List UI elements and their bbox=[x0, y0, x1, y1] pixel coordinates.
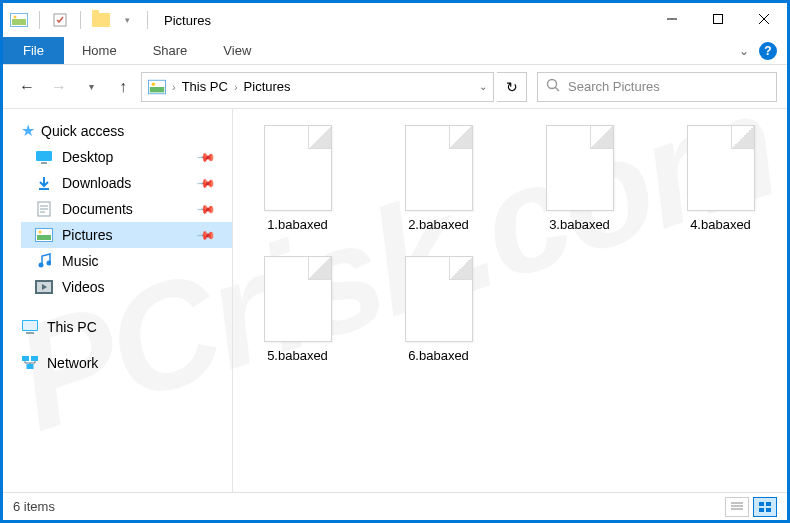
close-button[interactable] bbox=[741, 3, 787, 35]
svg-rect-15 bbox=[36, 151, 52, 161]
file-label: 3.babaxed bbox=[549, 217, 610, 232]
file-thumb-icon bbox=[405, 256, 473, 342]
file-tab[interactable]: File bbox=[3, 37, 64, 64]
svg-rect-42 bbox=[766, 508, 771, 512]
svg-rect-24 bbox=[37, 235, 51, 240]
sidebar-this-pc[interactable]: This PC bbox=[21, 318, 232, 336]
file-item[interactable]: 6.babaxed bbox=[386, 256, 491, 363]
navbar: ← → ▾ ↑ › This PC › Pictures ⌄ ↻ Search … bbox=[3, 65, 787, 109]
pictures-icon bbox=[148, 78, 166, 96]
music-icon bbox=[35, 252, 53, 270]
svg-rect-6 bbox=[714, 15, 723, 24]
file-thumb-icon bbox=[405, 125, 473, 211]
svg-point-12 bbox=[152, 82, 156, 86]
svg-line-14 bbox=[556, 88, 560, 92]
statusbar: 6 items bbox=[3, 492, 787, 520]
chevron-right-icon[interactable]: › bbox=[234, 81, 238, 93]
properties-icon[interactable] bbox=[50, 10, 70, 30]
svg-rect-34 bbox=[31, 356, 38, 361]
address-dropdown-icon[interactable]: ⌄ bbox=[479, 81, 487, 92]
pin-icon: 📌 bbox=[196, 173, 217, 194]
svg-point-27 bbox=[47, 261, 52, 266]
chevron-right-icon[interactable]: › bbox=[172, 81, 176, 93]
minimize-button[interactable] bbox=[649, 3, 695, 35]
details-view-button[interactable] bbox=[725, 497, 749, 517]
this-pc-icon bbox=[21, 318, 39, 336]
star-icon: ★ bbox=[21, 121, 35, 140]
sidebar-item-pictures[interactable]: Pictures 📌 bbox=[21, 222, 232, 248]
svg-point-25 bbox=[39, 231, 42, 234]
svg-rect-33 bbox=[22, 356, 29, 361]
ribbon: File Home Share View ⌄ ? bbox=[3, 37, 787, 65]
sidebar-item-videos[interactable]: Videos bbox=[21, 274, 232, 300]
maximize-button[interactable] bbox=[695, 3, 741, 35]
svg-point-13 bbox=[548, 80, 557, 89]
downloads-icon bbox=[35, 174, 53, 192]
sidebar-item-desktop[interactable]: Desktop 📌 bbox=[21, 144, 232, 170]
svg-rect-31 bbox=[23, 321, 37, 330]
network-label: Network bbox=[47, 355, 98, 371]
file-thumb-icon bbox=[264, 125, 332, 211]
file-item[interactable]: 3.babaxed bbox=[527, 125, 632, 232]
breadcrumb-current[interactable]: Pictures bbox=[244, 79, 291, 94]
svg-rect-40 bbox=[766, 502, 771, 506]
file-thumb-icon bbox=[264, 256, 332, 342]
svg-rect-41 bbox=[759, 508, 764, 512]
file-item[interactable]: 4.babaxed bbox=[668, 125, 773, 232]
svg-rect-32 bbox=[26, 332, 34, 334]
file-thumb-icon bbox=[546, 125, 614, 211]
svg-rect-2 bbox=[12, 19, 26, 25]
search-input[interactable]: Search Pictures bbox=[537, 72, 777, 102]
file-item[interactable]: 1.babaxed bbox=[245, 125, 350, 232]
quick-access-header[interactable]: ★ Quick access bbox=[21, 121, 232, 140]
file-thumb-icon bbox=[687, 125, 755, 211]
svg-point-3 bbox=[14, 16, 17, 19]
recent-dropdown-icon[interactable]: ▾ bbox=[77, 73, 105, 101]
ribbon-expand-icon[interactable]: ⌄ bbox=[739, 44, 749, 58]
pin-icon: 📌 bbox=[196, 199, 217, 220]
thumbnails-view-button[interactable] bbox=[753, 497, 777, 517]
file-label: 5.babaxed bbox=[267, 348, 328, 363]
status-item-count: 6 items bbox=[13, 499, 55, 514]
sidebar: ★ Quick access Desktop 📌 Downloads 📌 Doc… bbox=[3, 109, 233, 492]
svg-rect-39 bbox=[759, 502, 764, 506]
sidebar-item-label: Videos bbox=[62, 279, 105, 295]
tab-home[interactable]: Home bbox=[64, 37, 135, 64]
up-button[interactable]: ↑ bbox=[109, 73, 137, 101]
qat-dropdown-icon[interactable]: ▾ bbox=[117, 10, 137, 30]
file-label: 6.babaxed bbox=[408, 348, 469, 363]
sidebar-network[interactable]: Network bbox=[21, 354, 232, 372]
sidebar-item-music[interactable]: Music bbox=[21, 248, 232, 274]
back-button[interactable]: ← bbox=[13, 73, 41, 101]
file-grid: 1.babaxed2.babaxed3.babaxed4.babaxed5.ba… bbox=[233, 109, 787, 492]
window-title: Pictures bbox=[164, 13, 211, 28]
sidebar-item-label: Downloads bbox=[62, 175, 131, 191]
file-item[interactable]: 5.babaxed bbox=[245, 256, 350, 363]
refresh-button[interactable]: ↻ bbox=[497, 72, 527, 102]
sidebar-item-downloads[interactable]: Downloads 📌 bbox=[21, 170, 232, 196]
breadcrumb-this-pc[interactable]: This PC bbox=[182, 79, 228, 94]
file-item[interactable]: 2.babaxed bbox=[386, 125, 491, 232]
tab-view[interactable]: View bbox=[205, 37, 269, 64]
videos-icon bbox=[35, 278, 53, 296]
qat-separator bbox=[80, 11, 81, 29]
quick-access-label: Quick access bbox=[41, 123, 124, 139]
forward-button[interactable]: → bbox=[45, 73, 73, 101]
qat-separator bbox=[39, 11, 40, 29]
svg-rect-35 bbox=[27, 364, 34, 369]
svg-rect-16 bbox=[41, 162, 47, 164]
address-bar[interactable]: › This PC › Pictures ⌄ bbox=[141, 72, 494, 102]
tab-share[interactable]: Share bbox=[135, 37, 206, 64]
help-icon[interactable]: ? bbox=[759, 42, 777, 60]
sidebar-item-label: Desktop bbox=[62, 149, 113, 165]
app-icon bbox=[9, 10, 29, 30]
sidebar-item-documents[interactable]: Documents 📌 bbox=[21, 196, 232, 222]
pin-icon: 📌 bbox=[196, 225, 217, 246]
sidebar-item-label: Pictures bbox=[62, 227, 113, 243]
folder-icon bbox=[91, 10, 111, 30]
desktop-icon bbox=[35, 148, 53, 166]
search-icon bbox=[546, 78, 560, 95]
qat-separator bbox=[147, 11, 148, 29]
file-label: 4.babaxed bbox=[690, 217, 751, 232]
svg-point-26 bbox=[39, 263, 44, 268]
